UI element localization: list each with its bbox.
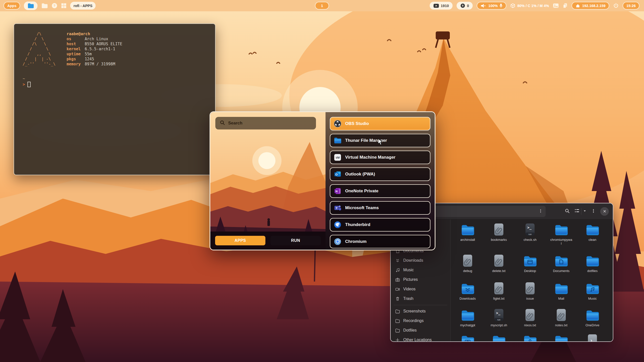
file-item-partial[interactable] (483, 334, 514, 341)
youtube-count: 1910 (441, 4, 449, 8)
rofi-app-outlook-pwa[interactable]: OOutlook (PWA) (330, 167, 430, 181)
workspace-indicator[interactable]: 1 (315, 2, 329, 10)
file-item-issue[interactable]: issue (514, 282, 546, 300)
help-icon[interactable]: ? (52, 3, 57, 9)
rofi-tab-apps[interactable]: APPS (215, 236, 265, 245)
file-item-nixos-txt[interactable]: nixos.txt (514, 308, 546, 327)
downloads-icon (395, 258, 400, 263)
folder-icon[interactable] (41, 3, 48, 9)
trash-icon (395, 296, 400, 301)
folder-icon (586, 254, 599, 267)
volume-level: 100% (488, 4, 498, 8)
file-item-documents[interactable]: Documents (546, 254, 577, 273)
file-item-figlet-txt[interactable]: figlet.txt (483, 282, 514, 300)
folder-camera-icon (461, 334, 474, 341)
file-item-music[interactable]: Music (577, 282, 608, 300)
updates-widget[interactable]: 0 (457, 2, 473, 10)
rofi-app-microsoft-teams[interactable]: TMicrosoft Teams (330, 201, 430, 215)
apps-menu-button[interactable]: Apps (4, 2, 20, 10)
textfile-icon (462, 254, 473, 267)
file-item-partial[interactable] (546, 334, 577, 341)
folder-icon (395, 328, 400, 333)
file-item-check-sh[interactable]: >_runcheck.sh (514, 223, 546, 245)
file-item-desktop[interactable]: Desktop (514, 254, 546, 273)
rofi-app-list: OBS StudioThunar File ManagerVMVirtual M… (326, 112, 435, 250)
file-item-partial[interactable]: › (577, 334, 608, 341)
user-host: raabe@arch (67, 31, 122, 36)
screenshot-icon[interactable] (553, 3, 559, 8)
file-grid: archinstallbookmarks>_runcheck.shchromiu… (451, 219, 613, 341)
sidebar-item-music[interactable]: Music (391, 265, 450, 275)
file-item-chromiumpywal[interactable]: chromiumpywal (546, 223, 577, 245)
ethernet-icon (575, 4, 580, 8)
volume-widget[interactable]: × 100% (477, 2, 506, 10)
network-widget[interactable]: 192.168.2.159 (572, 2, 609, 10)
sidebar-item-videos[interactable]: Videos (391, 284, 450, 294)
folder-icon (586, 223, 599, 236)
file-item-delete-txt[interactable]: delete.txt (483, 254, 514, 273)
file-item-downloads[interactable]: Downloads (452, 282, 483, 300)
rofi-app-obs-studio[interactable]: OBS Studio (330, 117, 430, 130)
file-item-dotfiles[interactable]: dotfiles (577, 254, 608, 273)
view-options-chevron-icon[interactable] (583, 209, 587, 214)
sidebar-item-recordings[interactable]: Recordings (391, 316, 450, 326)
fastfetch-row-host: hostB550 AORUS ELITE (67, 41, 122, 47)
file-item-debug[interactable]: debug (452, 254, 483, 273)
microphone-icon (499, 3, 503, 8)
file-item-clean[interactable]: clean (577, 223, 608, 245)
folder-person-icon (523, 334, 537, 341)
file-item-mychatgpt[interactable]: mychatgpt (452, 308, 483, 327)
script-icon: >_run (494, 308, 504, 322)
sidebar-item-screenshots[interactable]: Screenshots (391, 306, 450, 316)
file-item-myscript-sh[interactable]: >_runmyscript.sh (483, 308, 514, 327)
search-placeholder: Search (228, 121, 243, 126)
path-menu-icon[interactable] (539, 209, 543, 214)
file-item-notes-txt[interactable]: notes.txt (546, 308, 577, 327)
window-menu-icon[interactable] (591, 209, 595, 214)
sidebar-item-downloads[interactable]: Downloads (391, 256, 450, 265)
fastfetch-row-memory: memory897M / 31998M (67, 62, 122, 67)
file-item-bookmarks[interactable]: bookmarks (483, 223, 514, 245)
list-view-toggle-icon[interactable] (575, 209, 580, 214)
file-item-onedrive[interactable]: OneDrive (577, 308, 608, 327)
ip-address: 192.168.2.159 (582, 4, 606, 8)
power-icon[interactable] (613, 3, 619, 8)
sidebar-item-pictures[interactable]: Pictures (391, 275, 450, 284)
rofi-app-onenote-private[interactable]: NOneNote Private (330, 184, 430, 198)
rofi-search-input[interactable]: Search (215, 117, 316, 129)
file-item-partial[interactable] (514, 334, 546, 341)
file-item-archinstall[interactable]: archinstall (452, 223, 483, 245)
sidebar-item-trash[interactable]: Trash (391, 294, 450, 303)
teams-icon: T (334, 204, 341, 212)
shell-prompt[interactable]: ~ > (23, 76, 207, 87)
terminal-window[interactable]: /\ / \ /\ \ / \ / ,, \ / | | -\ /_-'' ''… (14, 23, 216, 175)
view-split-divider (581, 208, 581, 215)
clock: 15:26 (626, 4, 636, 8)
speaker-muted-icon: × (480, 4, 487, 8)
fastfetch-row-kernel: kernel6.5.5-arch1-1 (67, 47, 122, 52)
search-icon[interactable] (565, 208, 570, 214)
svg-text:›: › (590, 337, 592, 341)
rofi-tab-run[interactable]: RUN (270, 236, 321, 245)
rofi-launcher: Search APPSRUN OBS StudioThunar File Man… (210, 111, 435, 250)
fastfetch-row-pkgs: pkgs1245 (67, 57, 122, 62)
close-window-button[interactable] (600, 207, 609, 216)
file-item-partial[interactable] (452, 334, 483, 341)
youtube-subs-widget[interactable]: 1910 (430, 2, 453, 10)
rofi-app-thunderbird[interactable]: Thunderbird (330, 218, 430, 232)
sidebar-item-other-locations[interactable]: Other Locations (391, 335, 450, 341)
clock-widget: 15:26 (623, 2, 639, 10)
updates-icon (460, 3, 465, 8)
textfile-icon (525, 282, 535, 295)
folder-icon (461, 308, 474, 322)
clipboard-icon[interactable] (563, 3, 568, 8)
rofi-app-chromium[interactable]: Chromium (330, 235, 430, 248)
rofi-app-virtual-machine-manager[interactable]: VMVirtual Machine Manager (330, 151, 430, 164)
file-manager-launcher[interactable] (24, 2, 37, 10)
windows-grid-icon[interactable] (61, 3, 66, 8)
updates-count: 0 (467, 4, 469, 8)
file-item-mail[interactable]: Mail (546, 282, 577, 300)
textfile-icon (494, 223, 504, 236)
sidebar-item-dotfiles[interactable]: Dotfiles (391, 326, 450, 335)
svg-text:O: O (335, 173, 338, 176)
